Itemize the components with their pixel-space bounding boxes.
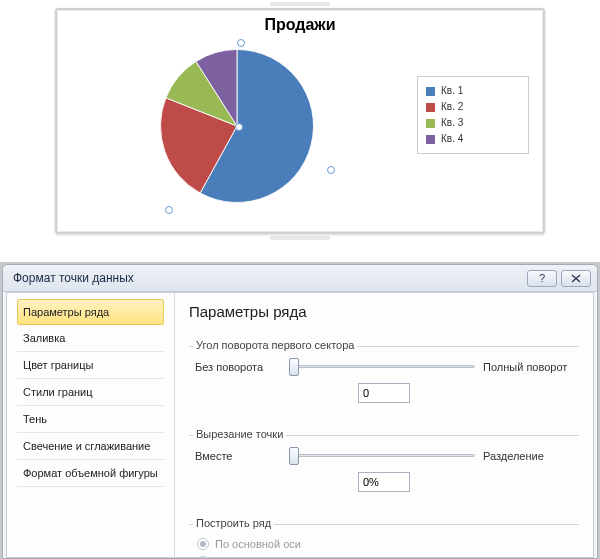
legend-swatch bbox=[426, 119, 435, 128]
slider-min-label: Вместе bbox=[195, 450, 281, 462]
sidebar-item[interactable]: Цвет границы bbox=[17, 352, 164, 379]
chart-frame[interactable]: Продажи Кв. 1Кв. 2Кв. 3Кв. 4 bbox=[55, 8, 545, 234]
rotation-slider[interactable] bbox=[289, 357, 475, 377]
explosion-group: Вырезание точки Вместе Разделение bbox=[189, 417, 579, 498]
selection-handle[interactable] bbox=[237, 39, 245, 47]
dialog-title: Формат точки данных bbox=[13, 271, 523, 285]
legend-swatch bbox=[426, 135, 435, 144]
legend-swatch bbox=[426, 103, 435, 112]
legend-item[interactable]: Кв. 2 bbox=[426, 99, 520, 115]
group-label: Вырезание точки bbox=[193, 428, 286, 440]
sidebar-item[interactable]: Стили границ bbox=[17, 379, 164, 406]
selection-handle[interactable] bbox=[327, 166, 335, 174]
radio-label: По основной оси bbox=[215, 538, 301, 550]
sidebar-item[interactable]: Свечение и сглаживание bbox=[17, 433, 164, 460]
slider-max-label: Разделение bbox=[483, 450, 573, 462]
radio-label: По вспомогательной оси bbox=[215, 556, 341, 557]
help-button[interactable]: ? bbox=[527, 270, 557, 287]
explosion-input[interactable] bbox=[358, 472, 410, 492]
sidebar-item[interactable]: Формат объемной фигуры bbox=[17, 460, 164, 487]
frame-handle[interactable] bbox=[270, 2, 330, 6]
close-button[interactable] bbox=[561, 270, 591, 287]
pie-chart[interactable] bbox=[57, 36, 417, 224]
radio-primary-axis: По основной оси bbox=[195, 535, 573, 553]
legend-swatch bbox=[426, 87, 435, 96]
group-label: Построить ряд bbox=[193, 517, 274, 529]
sidebar-item[interactable]: Параметры ряда bbox=[17, 299, 164, 325]
group-label: Угол поворота первого сектора bbox=[193, 339, 357, 351]
legend-label: Кв. 4 bbox=[441, 131, 463, 147]
radio-icon bbox=[197, 538, 209, 550]
frame-handle[interactable] bbox=[270, 236, 330, 240]
panel-heading: Параметры ряда bbox=[189, 303, 579, 320]
legend-label: Кв. 2 bbox=[441, 99, 463, 115]
selection-handle[interactable] bbox=[165, 206, 173, 214]
explosion-slider[interactable] bbox=[289, 446, 475, 466]
legend-label: Кв. 3 bbox=[441, 115, 463, 131]
chart-title: Продажи bbox=[57, 10, 543, 36]
rotation-group: Угол поворота первого сектора Без поворо… bbox=[189, 328, 579, 409]
legend-item[interactable]: Кв. 1 bbox=[426, 83, 520, 99]
sidebar-item[interactable]: Тень bbox=[17, 406, 164, 433]
slider-max-label: Полный поворот bbox=[483, 361, 573, 373]
format-data-point-dialog: Формат точки данных ? Параметры рядаЗали… bbox=[2, 264, 598, 559]
dialog-sidebar: Параметры рядаЗаливкаЦвет границыСтили г… bbox=[7, 293, 175, 557]
dialog-titlebar[interactable]: Формат точки данных ? bbox=[3, 265, 597, 292]
close-icon bbox=[571, 274, 581, 283]
chart-legend[interactable]: Кв. 1Кв. 2Кв. 3Кв. 4 bbox=[417, 76, 529, 154]
radio-icon bbox=[197, 556, 209, 557]
rotation-input[interactable] bbox=[358, 383, 410, 403]
document-canvas: Продажи Кв. 1Кв. 2Кв. 3Кв. 4 bbox=[0, 0, 600, 262]
legend-label: Кв. 1 bbox=[441, 83, 463, 99]
chart-body: Кв. 1Кв. 2Кв. 3Кв. 4 bbox=[57, 36, 543, 224]
legend-item[interactable]: Кв. 3 bbox=[426, 115, 520, 131]
sidebar-item[interactable]: Заливка bbox=[17, 325, 164, 352]
legend-item[interactable]: Кв. 4 bbox=[426, 131, 520, 147]
radio-secondary-axis: По вспомогательной оси bbox=[195, 553, 573, 557]
dialog-body: Параметры рядаЗаливкаЦвет границыСтили г… bbox=[6, 292, 594, 558]
series-options-panel: Параметры ряда Угол поворота первого сек… bbox=[175, 293, 593, 557]
axis-group: Построить ряд По основной оси По вспомог… bbox=[189, 506, 579, 557]
selection-handle[interactable] bbox=[235, 123, 243, 131]
slider-min-label: Без поворота bbox=[195, 361, 281, 373]
